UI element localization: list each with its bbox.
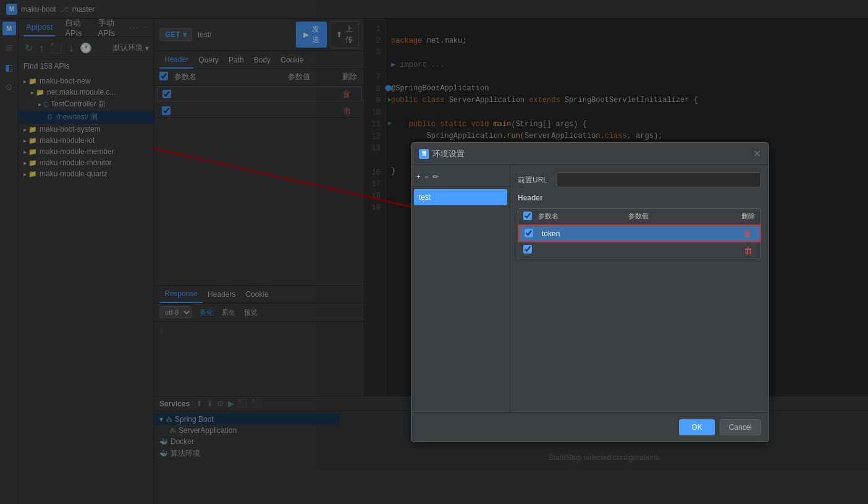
prefix-url-input[interactable] xyxy=(557,173,761,187)
token-value-input[interactable] xyxy=(628,228,739,239)
ok-button[interactable]: OK xyxy=(679,419,714,435)
env-item-test[interactable]: test xyxy=(414,189,507,205)
token-name-input[interactable] xyxy=(539,228,628,239)
prefix-url-label: 前置URL xyxy=(518,175,552,186)
dialog-param-row-empty: 🗑 xyxy=(518,242,761,258)
dialog-param-table-header: 参数名 参数值 删除 xyxy=(518,209,761,225)
token-row-check[interactable] xyxy=(525,229,533,237)
dialog-check-all[interactable] xyxy=(523,211,532,220)
dialog-footer: OK Cancel xyxy=(411,412,769,442)
token-delete-btn[interactable]: 🗑 xyxy=(743,229,751,239)
header-section-label: Header xyxy=(518,194,761,202)
remove-env-btn[interactable]: − xyxy=(424,173,429,181)
env-list-toolbar: + − ✏ xyxy=(411,170,510,184)
dialog-body: + − ✏ test 前置URL xyxy=(411,165,769,412)
dialog-param-table: 参数名 参数值 删除 xyxy=(518,208,761,259)
env-settings-dialog: 冒 环境设置 ✕ + − ✏ test xyxy=(411,142,769,442)
dialog-title: 环境设置 xyxy=(432,148,465,160)
dialog-param-row-token: 🗑 xyxy=(518,225,761,242)
dialog-col-name: 参数名 xyxy=(538,211,628,222)
edit-env-btn[interactable]: ✏ xyxy=(432,173,439,181)
dialog-close-button[interactable]: ✕ xyxy=(753,148,761,160)
dialog-col-value: 参数值 xyxy=(628,211,741,222)
dialog-sidebar: + − ✏ test xyxy=(411,165,510,412)
empty-delete-btn[interactable]: 🗑 xyxy=(744,246,752,255)
empty-row-check[interactable] xyxy=(523,245,532,254)
dialog-overlay: 冒 环境设置 ✕ + − ✏ test xyxy=(0,0,868,504)
add-env-btn[interactable]: + xyxy=(416,173,421,181)
dialog-col-delete: 删除 xyxy=(741,211,756,222)
cancel-button[interactable]: Cancel xyxy=(720,419,761,435)
dialog-title-bar: 冒 环境设置 ✕ xyxy=(411,143,769,165)
prefix-url-row: 前置URL xyxy=(518,173,761,187)
sidebar-sep xyxy=(411,186,510,187)
dialog-main: 前置URL Header 参数名 参数值 xyxy=(510,165,769,412)
env-item-test-label: test xyxy=(419,193,431,202)
dialog-icon: 冒 xyxy=(419,149,429,159)
